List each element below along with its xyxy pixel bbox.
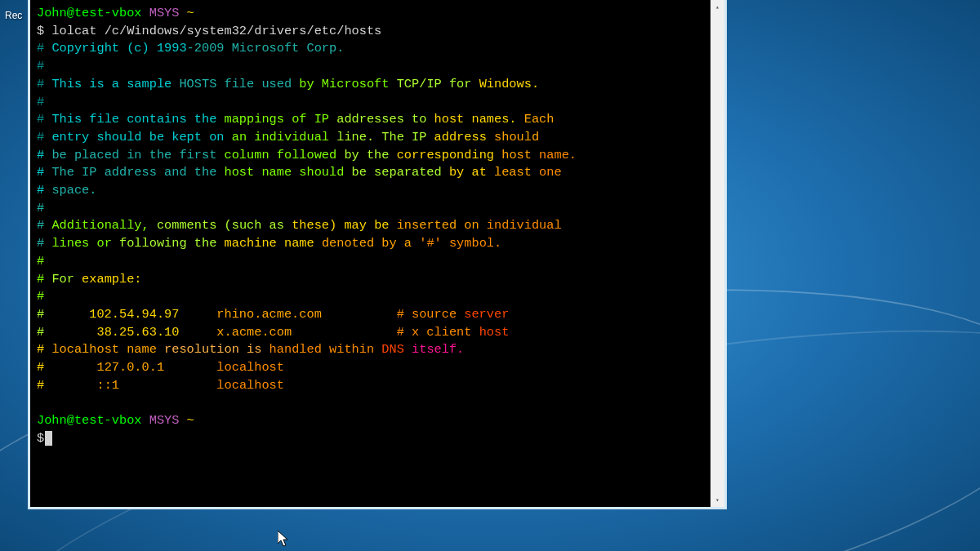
blank-line: [37, 394, 704, 412]
desktop-icon-label: Rec: [5, 10, 22, 21]
cursor-icon: [45, 431, 52, 446]
output-line-15: #: [37, 288, 704, 306]
prompt-user: John@test-vbox: [37, 6, 142, 20]
prompt-user-2: John@test-vbox: [37, 413, 142, 428]
output-line-12: # lines or following the machine name de…: [37, 235, 704, 253]
prompt-env: MSYS: [149, 6, 180, 20]
output-line-10: #: [37, 200, 704, 218]
scroll-up-button[interactable]: ▴: [710, 0, 724, 14]
output-line-11: # Additionally, comments (such as these)…: [37, 217, 704, 235]
output-line-2: #: [37, 58, 704, 76]
prompt-line-1: John@test-vbox MSYS ~: [37, 5, 704, 23]
output-line-9: # space.: [37, 182, 704, 200]
output-line-13: #: [37, 253, 704, 271]
output-line-1: # Copyright (c) 1993-2009 Microsoft Corp…: [37, 40, 704, 58]
prompt-line-2: John@test-vbox MSYS ~: [37, 412, 704, 430]
prompt-symbol-2: $: [37, 431, 44, 446]
output-line-4: #: [37, 94, 704, 112]
prompt-path: ~: [187, 6, 194, 20]
output-line-21: # ::1 localhost: [37, 377, 704, 395]
output-line-20: # 127.0.0.1 localhost: [37, 359, 704, 377]
l1b: Copyright (c) 1993: [51, 41, 186, 56]
output-line-17: # 38.25.63.10 x.acme.com # x client host: [37, 324, 704, 342]
output-line-6: # entry should be kept on an individual …: [37, 129, 704, 147]
scroll-down-button[interactable]: ▾: [710, 493, 724, 507]
terminal-content[interactable]: John@test-vbox MSYS ~ $ lolcat /c/Window…: [30, 0, 710, 507]
l1c: -2009 Microsoft Corp.: [187, 41, 345, 56]
output-line-8: # The IP address and the host name shoul…: [37, 164, 704, 182]
output-line-3: # This is a sample HOSTS file used by Mi…: [37, 76, 704, 94]
output-line-16: # 102.54.94.97 rhino.acme.com # source s…: [37, 306, 704, 324]
terminal-window: John@test-vbox MSYS ~ $ lolcat /c/Window…: [28, 0, 727, 509]
output-line-14: # For example:: [37, 271, 704, 289]
prompt-path-2: ~: [187, 413, 194, 428]
command-line: $ lolcat /c/Windows/system32/drivers/etc…: [37, 23, 704, 41]
l1a: #: [37, 41, 44, 56]
scroll-track[interactable]: [710, 14, 724, 493]
command-text: lolcat /c/Windows/system32/drivers/etc/h…: [51, 24, 381, 38]
output-line-19: # localhost name resolution is handled w…: [37, 341, 704, 359]
input-line[interactable]: $: [37, 430, 704, 448]
scrollbar[interactable]: ▴ ▾: [710, 0, 724, 507]
output-line-5: # This file contains the mappings of IP …: [37, 111, 704, 129]
prompt-env-2: MSYS: [149, 413, 180, 428]
output-line-7: # be placed in the first column followed…: [37, 147, 704, 165]
prompt-symbol: $: [37, 24, 44, 38]
